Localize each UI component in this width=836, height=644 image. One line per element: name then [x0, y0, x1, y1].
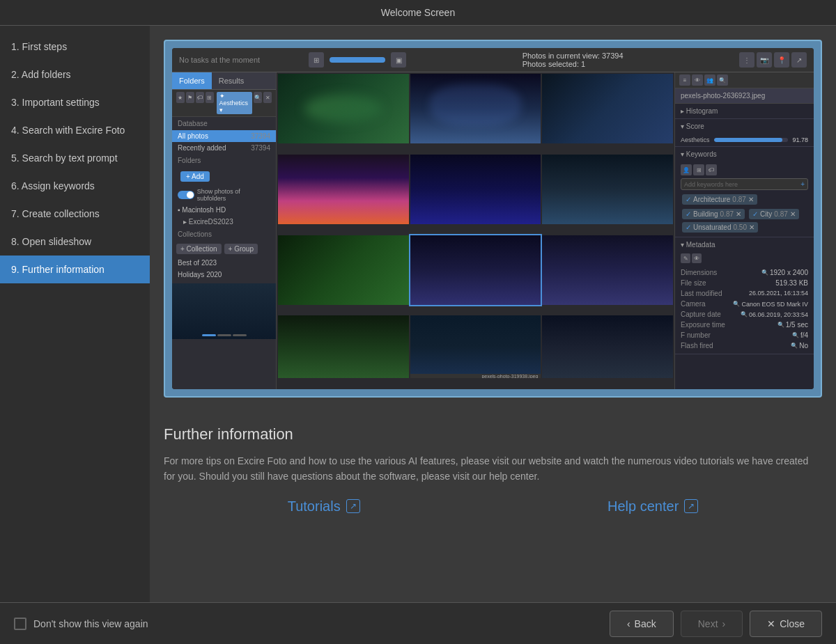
sidebar: 1. First steps 2. Add folders 3. Importa… — [0, 26, 150, 602]
folders-header: Folders — [172, 154, 276, 167]
keyword-architecture[interactable]: ✓ Architecture 0.87 ✕ — [682, 194, 757, 205]
grid-icon[interactable]: ⊞ — [206, 92, 214, 103]
meta-filesize: File size519.33 KB — [681, 278, 808, 288]
next-chevron-icon: › — [722, 618, 726, 629]
all-photos-item[interactable]: All photos 37394 — [172, 130, 276, 142]
main-layout: 1. First steps 2. Add folders 3. Importa… — [0, 26, 836, 602]
sidebar-item-assign-keywords[interactable]: 6. Assign keywords — [0, 172, 150, 200]
photo-count: Photos in current view: 37394 Photos sel… — [522, 52, 624, 68]
right-panel-icon-2[interactable]: 👁 — [692, 74, 703, 86]
app-screenshot: No tasks at the moment ⊞ ▣ Photos in cur… — [172, 48, 814, 389]
keyword-icon-3[interactable]: 🏷 — [706, 164, 717, 175]
photo-cell-4[interactable] — [278, 155, 409, 224]
metadata-section: ▾ Metadata ✎ 👁 Dimensions🔍1920 x 2400 — [675, 237, 814, 354]
right-panel-filename: pexels-photo-2636923.jpeg — [675, 88, 814, 104]
tab-folders[interactable]: Folders — [172, 72, 212, 89]
photo-cell-1[interactable] — [278, 74, 409, 143]
app-top-bar: No tasks at the moment ⊞ ▣ Photos in cur… — [172, 48, 814, 72]
keyword-icon-2[interactable]: ⊞ — [693, 164, 704, 175]
database-header: Database — [172, 117, 276, 130]
metadata-edit-icon[interactable]: ✎ — [681, 253, 690, 263]
histogram-header[interactable]: ▸ Histogram — [675, 104, 814, 118]
title-bar: Welcome Screen — [0, 0, 836, 26]
photo-grid: pexels-photo-319938.jpeg — [277, 72, 674, 389]
keyword-building[interactable]: ✓ Building 0.87 ✕ — [682, 209, 745, 219]
sidebar-item-add-folders[interactable]: 2. Add folders — [0, 61, 150, 88]
score-section: ▾ Score Aesthetics 91.78 — [675, 119, 814, 147]
close-filter-icon[interactable]: ✕ — [263, 92, 272, 103]
keywords-header[interactable]: ▾ Keywords — [675, 147, 814, 162]
close-x-icon: ✕ — [767, 618, 775, 629]
aesthetics-score: Aesthetics 91.78 — [681, 136, 808, 143]
photo-cell-3[interactable] — [542, 74, 673, 143]
collection-holidays-2020[interactable]: Holidays 2020 — [172, 269, 276, 281]
right-toolbar-icon-1[interactable]: ⋮ — [739, 52, 754, 68]
content-area: No tasks at the moment ⊞ ▣ Photos in cur… — [150, 26, 836, 602]
dont-show-checkbox[interactable] — [14, 618, 26, 630]
keyword-unsaturated[interactable]: ✓ Unsaturated 0.50 ✕ — [682, 222, 758, 233]
tab-results[interactable]: Results — [212, 72, 251, 89]
collection-buttons: + Collection + Group — [172, 241, 276, 257]
right-panel-icon-1[interactable]: ≡ — [679, 74, 690, 86]
sidebar-item-search-excire[interactable]: 4. Search with Excire Foto — [0, 116, 150, 144]
back-button[interactable]: ‹ Back — [610, 611, 674, 637]
photo-cell-10[interactable] — [278, 315, 409, 378]
collection-best-of-2023[interactable]: Best of 2023 — [172, 257, 276, 269]
excire-folder[interactable]: ▸ ExcireDS2023 — [172, 216, 276, 228]
toolbar-icon-2[interactable]: ▣ — [391, 52, 406, 68]
app-panel-tabs: Folders Results — [172, 72, 276, 90]
right-panel-icon-3[interactable]: 👥 — [704, 74, 715, 86]
screenshot-container: No tasks at the moment ⊞ ▣ Photos in cur… — [164, 40, 822, 398]
right-panel-icon-4[interactable]: 🔍 — [717, 74, 728, 86]
sidebar-item-first-steps[interactable]: 1. First steps — [0, 33, 150, 61]
photo-cell-2[interactable] — [410, 74, 541, 143]
help-center-link[interactable]: Help center ↗ — [607, 498, 698, 515]
photo-cell-8[interactable] — [410, 235, 541, 305]
add-folder-btn[interactable]: + Add — [180, 171, 210, 182]
show-subfolders-toggle[interactable]: Show photos of subfolders — [172, 186, 276, 204]
aesthetics-bar-track — [714, 138, 789, 142]
keyword-city[interactable]: ✓ City 0.87 ✕ — [749, 209, 799, 219]
window-title: Welcome Screen — [381, 7, 455, 18]
app-right-panel: ≡ 👁 👥 🔍 pexels-photo-2636923.jpeg ▸ Hist… — [674, 72, 814, 389]
sidebar-item-create-collections[interactable]: 7. Create collections — [0, 200, 150, 228]
photo-cell-6[interactable] — [542, 155, 673, 224]
sidebar-item-open-slideshow[interactable]: 8. Open slideshow — [0, 228, 150, 256]
photo-cell-11[interactable]: pexels-photo-319938.jpeg — [410, 315, 541, 378]
add-group-btn[interactable]: + Group — [224, 244, 258, 254]
keyword-icon-1[interactable]: 👤 — [681, 164, 692, 175]
add-collection-btn[interactable]: + Collection — [176, 244, 222, 254]
add-keyword-input[interactable]: Add keywords here + — [681, 178, 808, 190]
right-toolbar-icon-3[interactable]: 📍 — [774, 52, 789, 68]
macintosh-hd[interactable]: ▪ Macintosh HD — [172, 204, 276, 216]
flag-icon[interactable]: ⚑ — [186, 92, 194, 103]
photo-cell-9[interactable] — [542, 235, 673, 305]
meta-exposure: Exposure time🔍1/5 sec — [681, 320, 808, 330]
right-toolbar-icon-4[interactable]: ↗ — [791, 52, 807, 68]
photo-cell-5[interactable] — [410, 155, 541, 224]
photo-cell-7[interactable] — [278, 235, 409, 305]
sidebar-item-search-text[interactable]: 5. Search by text prompt — [0, 144, 150, 172]
app-body: Folders Results ★ ⚑ 🏷 ⊞ — [172, 72, 814, 389]
tutorials-link[interactable]: Tutorials ↗ — [288, 498, 360, 515]
next-button[interactable]: Next › — [681, 611, 743, 637]
score-header[interactable]: ▾ Score — [675, 119, 814, 134]
metadata-header[interactable]: ▾ Metadata — [675, 237, 814, 252]
histogram-section: ▸ Histogram — [675, 104, 814, 119]
star-icon[interactable]: ★ — [176, 92, 185, 103]
search-icon[interactable]: 🔍 — [254, 92, 262, 103]
sidebar-item-further-info[interactable]: 9. Further information — [0, 256, 150, 283]
close-button[interactable]: ✕ Close — [750, 611, 822, 637]
right-toolbar-icon-2[interactable]: 📷 — [757, 52, 772, 68]
aesthetics-dropdown[interactable]: ✦ Aesthetics ▾ — [217, 92, 253, 114]
info-body: For more tips on Excire Foto and how to … — [164, 453, 822, 485]
metadata-view-icon[interactable]: 👁 — [692, 253, 702, 263]
photo-cell-12[interactable] — [542, 315, 673, 378]
dont-show-label[interactable]: Don't show this view again — [14, 618, 148, 630]
sidebar-item-important-settings[interactable]: 3. Important settings — [0, 88, 150, 116]
toolbar-icon-1[interactable]: ⊞ — [309, 52, 324, 68]
tag-icon[interactable]: 🏷 — [196, 92, 204, 103]
recently-added-item[interactable]: Recently added 37394 — [172, 142, 276, 154]
aesthetics-bar-fill — [714, 138, 782, 142]
tutorials-icon: ↗ — [346, 499, 360, 513]
